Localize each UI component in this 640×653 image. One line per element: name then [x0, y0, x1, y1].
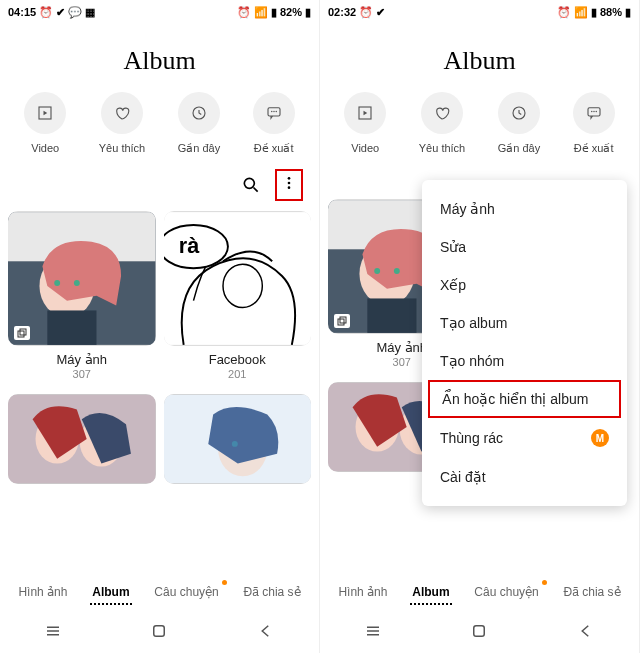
battery-text: 88% — [600, 6, 622, 18]
options-menu: Máy ảnh Sửa Xếp Tạo album Tạo nhóm Ẩn ho… — [422, 180, 627, 506]
clock-time: 04:15 — [8, 6, 36, 18]
left-screenshot: 04:15 ⏰ ✔ 💬 ▦ ⏰ 📶 ▮ 82% ▮ Album Video Yê… — [0, 0, 320, 653]
album-grid: Máy ảnh 307 rà Facebook 201 — [0, 211, 319, 380]
album-item[interactable]: Máy ảnh 307 — [8, 211, 156, 380]
tab-images[interactable]: Hình ảnh — [336, 581, 389, 605]
album-thumbnail: rà — [164, 211, 312, 346]
notif-icon: ✔ — [56, 6, 65, 19]
svg-point-13 — [54, 280, 60, 286]
status-bar: 04:15 ⏰ ✔ 💬 ▦ ⏰ 📶 ▮ 82% ▮ — [0, 0, 319, 24]
top-buttons-row: Video Yêu thích Gần đây Đề xuất — [0, 92, 319, 155]
menu-item-create-group[interactable]: Tạo nhóm — [422, 342, 627, 380]
signal-icon: ▮ — [271, 6, 277, 19]
page-title: Album — [320, 46, 639, 76]
favorites-button[interactable]: Yêu thích — [99, 92, 145, 155]
heart-icon — [113, 104, 131, 122]
tab-shared[interactable]: Đã chia sẻ — [242, 581, 303, 605]
favorites-label: Yêu thích — [99, 142, 145, 154]
notification-dot-icon — [222, 580, 227, 585]
svg-point-39 — [394, 268, 400, 274]
more-options-highlight — [275, 169, 303, 201]
home-nav-icon[interactable] — [150, 622, 168, 640]
svg-point-34 — [595, 111, 597, 113]
album-item[interactable] — [8, 394, 156, 484]
svg-point-14 — [74, 280, 80, 286]
tab-images[interactable]: Hình ảnh — [16, 581, 69, 605]
menu-item-camera[interactable]: Máy ảnh — [422, 190, 627, 228]
video-button[interactable]: Video — [24, 92, 66, 155]
wifi-icon: 📶 — [254, 6, 268, 19]
svg-point-7 — [288, 177, 291, 180]
menu-item-sort[interactable]: Xếp — [422, 266, 627, 304]
album-name: Facebook — [164, 352, 312, 367]
more-icon[interactable] — [281, 173, 297, 193]
tab-stories[interactable]: Câu chuyện — [472, 581, 540, 605]
nav-bar — [320, 609, 639, 653]
play-icon — [356, 104, 374, 122]
tab-shared[interactable]: Đã chia sẻ — [562, 581, 623, 605]
battery-text: 82% — [280, 6, 302, 18]
play-icon — [36, 104, 54, 122]
status-bar: 02:32 ⏰ ✔ ⏰ 📶 ▮ 88% ▮ — [320, 0, 639, 24]
back-nav-icon[interactable] — [577, 622, 595, 640]
svg-point-27 — [231, 441, 237, 447]
notif-icon: ⏰ — [39, 6, 53, 19]
badge-icon: M — [591, 429, 609, 447]
heart-icon — [433, 104, 451, 122]
menu-item-settings[interactable]: Cài đặt — [422, 458, 627, 496]
album-name: Máy ảnh — [8, 352, 156, 367]
menu-item-edit[interactable]: Sửa — [422, 228, 627, 266]
clock-time: 02:32 — [328, 6, 356, 18]
svg-rect-16 — [18, 331, 24, 337]
favorites-button[interactable]: Yêu thích — [419, 92, 465, 155]
actions-row — [0, 169, 319, 211]
album-count: 201 — [164, 368, 312, 380]
recent-label: Gần đây — [498, 142, 540, 155]
back-nav-icon[interactable] — [257, 622, 275, 640]
recent-label: Gần đây — [178, 142, 220, 155]
svg-rect-42 — [340, 317, 346, 323]
menu-item-create-album[interactable]: Tạo album — [422, 304, 627, 342]
album-item[interactable] — [164, 394, 312, 484]
svg-rect-17 — [20, 329, 26, 335]
alarm-icon: ⏰ — [557, 6, 571, 19]
suggest-button[interactable]: Đề xuất — [573, 92, 615, 155]
bubble-icon — [585, 104, 603, 122]
menu-item-trash[interactable]: Thùng rácM — [422, 418, 627, 458]
nav-bar — [0, 609, 319, 653]
home-nav-icon[interactable] — [470, 622, 488, 640]
tab-stories[interactable]: Câu chuyện — [152, 581, 220, 605]
svg-rect-28 — [154, 626, 165, 637]
stack-badge-icon — [334, 314, 350, 328]
notif-icon: ⏰ — [359, 6, 373, 19]
video-button[interactable]: Video — [344, 92, 386, 155]
notif-icon: ✔ — [376, 6, 385, 19]
album-item[interactable]: rà Facebook 201 — [164, 211, 312, 380]
svg-text:rà: rà — [178, 233, 199, 258]
tab-album[interactable]: Album — [90, 581, 131, 605]
video-label: Video — [351, 142, 379, 154]
notification-dot-icon — [542, 580, 547, 585]
bottom-tabs: Hình ảnh Album Câu chuyện Đã chia sẻ — [0, 581, 319, 605]
svg-rect-40 — [367, 298, 416, 332]
search-icon[interactable] — [241, 175, 261, 195]
alarm-icon: ⏰ — [237, 6, 251, 19]
menu-item-hide-show-album[interactable]: Ẩn hoặc hiển thị album — [428, 380, 621, 418]
album-thumbnail — [8, 211, 156, 346]
tab-album[interactable]: Album — [410, 581, 451, 605]
svg-point-38 — [374, 268, 380, 274]
right-screenshot: 02:32 ⏰ ✔ ⏰ 📶 ▮ 88% ▮ Album Video Yêu th… — [320, 0, 640, 653]
suggest-button[interactable]: Đề xuất — [253, 92, 295, 155]
svg-point-33 — [593, 111, 595, 113]
svg-rect-41 — [338, 319, 344, 325]
recent-button[interactable]: Gần đây — [178, 92, 220, 155]
recents-nav-icon[interactable] — [44, 622, 62, 640]
top-buttons-row: Video Yêu thích Gần đây Đề xuất — [320, 92, 639, 155]
svg-point-3 — [271, 111, 273, 113]
recent-button[interactable]: Gần đây — [498, 92, 540, 155]
recents-nav-icon[interactable] — [364, 622, 382, 640]
svg-point-6 — [244, 178, 254, 188]
album-count: 307 — [8, 368, 156, 380]
clock-icon — [190, 104, 208, 122]
svg-point-4 — [273, 111, 275, 113]
